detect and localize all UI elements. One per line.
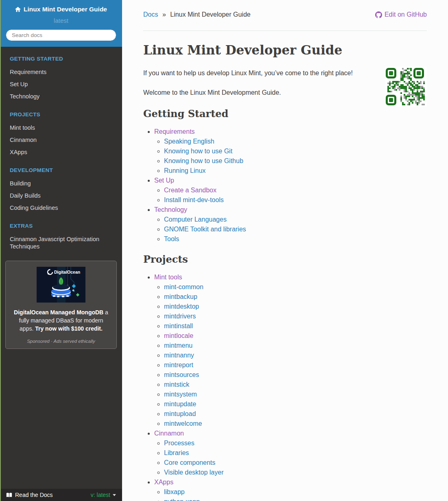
- svg-text:DigitalOcean: DigitalOcean: [54, 270, 80, 274]
- home-icon: [15, 7, 21, 12]
- sidebar-item-set-up[interactable]: Set Up: [0, 78, 122, 90]
- toc-link-mintupload[interactable]: mintupload: [164, 410, 196, 417]
- toc-link-mintmenu[interactable]: mintmenu: [164, 342, 192, 349]
- digitalocean-ad-image[interactable]: DigitalOcean: [37, 267, 85, 303]
- toc-link-libxapp[interactable]: libxapp: [164, 488, 185, 495]
- toc-link-requirements[interactable]: Requirements: [154, 128, 195, 135]
- list-item: mint-common: [164, 282, 427, 292]
- page-title: Linux Mint Developer Guide: [143, 41, 427, 59]
- list-item: Knowing how to use Git: [164, 146, 427, 156]
- welcome-paragraph: Welcome to the Linux Mint Development Gu…: [143, 88, 427, 98]
- sidebar-item-technology[interactable]: Technology: [0, 90, 122, 102]
- toc-link-mintinstall[interactable]: mintinstall: [164, 322, 193, 329]
- intro-paragraph: If you want to help us develop Linux Min…: [143, 68, 427, 78]
- sidebar-header: Linux Mint Developer Guide latest: [0, 0, 122, 47]
- toc-link-mintstick[interactable]: mintstick: [164, 381, 189, 388]
- toc-link-mintupdate[interactable]: mintupdate: [164, 401, 196, 407]
- toc-link-gnome-toolkit-and-libraries[interactable]: GNOME Toolkit and libraries: [164, 226, 246, 233]
- nav-caption-3: EXTRAS: [0, 223, 122, 229]
- list-item: mintstick: [164, 380, 427, 390]
- list-item: mintinstall: [164, 321, 427, 331]
- toc-link-mintlocale[interactable]: mintlocale: [164, 332, 193, 339]
- project-title: Linux Mint Developer Guide: [24, 6, 107, 13]
- nav-list-1: Mint toolsCinnamonXApps: [0, 122, 122, 158]
- ad-lead: DigitalOcean Managed MongoDB: [14, 309, 103, 316]
- search-input[interactable]: [6, 29, 116, 41]
- toc-link-computer-languages[interactable]: Computer Languages: [164, 216, 227, 223]
- toc-link-libraries[interactable]: Libraries: [164, 449, 189, 456]
- toc-link-tools[interactable]: Tools: [164, 235, 179, 242]
- toc-link-mintsources[interactable]: mintsources: [164, 371, 199, 378]
- list-item: Create a Sandbox: [164, 185, 427, 195]
- toc-link-mintdesktop[interactable]: mintdesktop: [164, 303, 199, 310]
- toc-sublist: Computer LanguagesGNOME Toolkit and libr…: [154, 215, 427, 244]
- sidebar-item-xapps[interactable]: XApps: [0, 146, 122, 158]
- toc-link-mintnanny[interactable]: mintnanny: [164, 352, 194, 359]
- list-item: Core components: [164, 458, 427, 468]
- edit-on-github-label: Edit on GitHub: [385, 10, 427, 20]
- list-item: Knowing how to use Github: [164, 156, 427, 166]
- toc-link-knowing-how-to-use-github[interactable]: Knowing how to use Github: [164, 157, 243, 164]
- sidebar-item-cinnamon[interactable]: Cinnamon: [0, 134, 122, 146]
- toc-sublist: mint-commonmintbackupmintdesktopmintdriv…: [154, 282, 427, 429]
- list-item: mintlocale: [164, 331, 427, 341]
- ad-text[interactable]: DigitalOcean Managed MongoDB a fully man…: [11, 308, 111, 333]
- nav-caption-1: PROJECTS: [0, 111, 122, 118]
- toc-sublist: ProcessesLibrariesCore componentsVisible…: [154, 438, 427, 477]
- version-dropdown-label: v: latest: [91, 492, 110, 498]
- sidebar: Linux Mint Developer Guide latest GETTIN…: [0, 0, 122, 501]
- toc-link-running-linux[interactable]: Running Linux: [164, 167, 205, 174]
- version-dropdown[interactable]: v: latest: [91, 492, 116, 498]
- toc-link-speaking-english[interactable]: Speaking English: [164, 138, 214, 145]
- toc-link-core-components[interactable]: Core components: [164, 459, 215, 466]
- projects-toc: Mint toolsmint-commonmintbackupmintdeskt…: [143, 272, 427, 501]
- project-home-link[interactable]: Linux Mint Developer Guide: [15, 6, 107, 13]
- toc-link-create-a-sandbox[interactable]: Create a Sandbox: [164, 187, 216, 194]
- toc-link-install-mint-dev-tools[interactable]: Install mint-dev-tools: [164, 196, 224, 203]
- sidebar-item-coding-guidelines[interactable]: Coding Guidelines: [0, 202, 122, 214]
- sidebar-ad[interactable]: DigitalOcean DigitalOcean Managed MongoD…: [5, 261, 117, 349]
- toc-link-set-up[interactable]: Set Up: [154, 177, 174, 184]
- breadcrumb-separator: »: [162, 11, 166, 18]
- sidebar-item-daily-builds[interactable]: Daily Builds: [0, 190, 122, 202]
- list-item: Libraries: [164, 448, 427, 458]
- breadcrumb-docs-link[interactable]: Docs: [143, 11, 158, 18]
- sidebar-item-building[interactable]: Building: [0, 177, 122, 190]
- sidebar-item-requirements[interactable]: Requirements: [0, 66, 122, 78]
- toc-sublist: libxapppython-xapp: [154, 487, 427, 501]
- toc-link-visible-desktop-layer[interactable]: Visible desktop layer: [164, 469, 223, 476]
- toc-link-mintreport[interactable]: mintreport: [164, 362, 193, 368]
- list-item: Technology: [154, 205, 427, 215]
- toc-link-mintdrivers[interactable]: mintdrivers: [164, 313, 196, 320]
- toc-link-mint-tools[interactable]: Mint tools: [154, 274, 182, 281]
- read-the-docs-label: Read the Docs: [15, 492, 53, 498]
- ad-footer: Sponsored · Ads served ethically: [10, 339, 112, 344]
- list-item: Processes: [164, 438, 427, 448]
- toc-sublist: Speaking EnglishKnowing how to use GitKn…: [154, 137, 427, 176]
- sidebar-item-cinnamon-javascript-optimization-techniques[interactable]: Cinnamon Javascript Optimization Techniq…: [0, 233, 122, 253]
- nav-list-3: Cinnamon Javascript Optimization Techniq…: [0, 233, 122, 253]
- list-item: mintupdate: [164, 399, 427, 409]
- sidebar-item-mint-tools[interactable]: Mint tools: [0, 122, 122, 134]
- read-the-docs-brand[interactable]: Read the Docs: [6, 492, 53, 498]
- toc-link-processes[interactable]: Processes: [164, 440, 194, 447]
- edit-on-github-link[interactable]: Edit on GitHub: [375, 10, 427, 20]
- list-item: mintsources: [164, 370, 427, 380]
- list-item: Tools: [164, 234, 427, 244]
- qr-code-image: [385, 67, 427, 107]
- chevron-down-icon: [113, 494, 116, 496]
- toc-link-cinnamon[interactable]: Cinnamon: [154, 430, 184, 437]
- section-heading-getting-started: Getting Started: [143, 107, 427, 120]
- toc-link-mintsystem[interactable]: mintsystem: [164, 391, 197, 398]
- list-item: mintupload: [164, 409, 427, 419]
- list-item: Set Up: [154, 176, 427, 185]
- toc-link-python-xapp[interactable]: python-xapp: [164, 498, 200, 501]
- toc-link-xapps[interactable]: XApps: [154, 479, 173, 486]
- list-item: mintnanny: [164, 351, 427, 360]
- toc-link-technology[interactable]: Technology: [154, 206, 187, 213]
- toc-link-mintwelcome[interactable]: mintwelcome: [164, 420, 202, 427]
- toc-link-mintbackup[interactable]: mintbackup: [164, 293, 197, 300]
- toc-link-mint-common[interactable]: mint-common: [164, 283, 203, 290]
- toc-link-knowing-how-to-use-git[interactable]: Knowing how to use Git: [164, 148, 232, 155]
- nav-list-2: BuildingDaily BuildsCoding Guidelines: [0, 177, 122, 214]
